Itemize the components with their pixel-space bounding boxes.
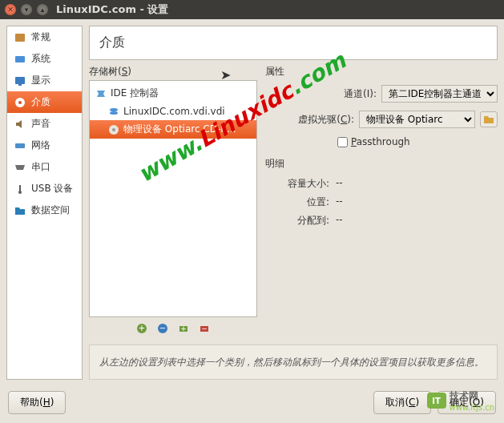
window-titlebar: ✕ ▾ ▴ LinuxIDC.com - 设置 bbox=[0, 0, 504, 19]
sidebar-item-label: 介质 bbox=[31, 95, 50, 109]
storage-icon bbox=[14, 96, 26, 109]
sidebar-item-usb[interactable]: USB 设备 bbox=[7, 178, 82, 199]
sidebar-item-serial[interactable]: 串口 bbox=[7, 156, 82, 178]
svg-point-10 bbox=[110, 111, 118, 115]
sidebar-item-audio[interactable]: 声音 bbox=[7, 113, 82, 135]
storage-toolbar: + − + − bbox=[89, 317, 257, 340]
svg-rect-3 bbox=[18, 84, 22, 86]
add-attachment-button[interactable]: + bbox=[175, 320, 192, 336]
remove-attachment-button[interactable]: − bbox=[196, 320, 212, 336]
help-button[interactable]: 帮助(H) bbox=[8, 391, 66, 414]
serial-icon bbox=[14, 161, 26, 174]
sidebar-item-system[interactable]: 系统 bbox=[7, 48, 82, 70]
svg-rect-6 bbox=[15, 143, 25, 148]
sidebar-item-label: 声音 bbox=[31, 117, 50, 131]
sidebar-item-label: USB 设备 bbox=[31, 182, 73, 195]
svg-rect-8 bbox=[19, 185, 21, 191]
minimize-icon[interactable]: ▾ bbox=[21, 4, 32, 15]
controller-icon bbox=[95, 87, 107, 100]
svg-rect-1 bbox=[15, 56, 25, 62]
sidebar-item-label: 串口 bbox=[31, 160, 50, 174]
size-label: 容量大小: bbox=[265, 177, 329, 191]
attached-value: -- bbox=[336, 214, 343, 228]
svg-text:−: − bbox=[159, 324, 166, 332]
tree-item-label: LinuxIDC.com.vdi.vdi bbox=[123, 106, 225, 117]
audio-icon bbox=[14, 118, 26, 131]
svg-text:+: + bbox=[180, 324, 187, 332]
sidebar-item-label: 网络 bbox=[31, 139, 50, 152]
tree-item-label: IDE 控制器 bbox=[111, 87, 159, 100]
svg-rect-0 bbox=[15, 34, 25, 42]
sidebar-item-label: 系统 bbox=[31, 52, 50, 66]
tree-controller[interactable]: IDE 控制器 bbox=[90, 84, 256, 103]
remove-controller-button[interactable]: − bbox=[155, 320, 171, 336]
svg-point-9 bbox=[110, 108, 118, 111]
system-icon bbox=[14, 53, 26, 66]
network-icon bbox=[14, 139, 26, 152]
close-icon[interactable]: ✕ bbox=[5, 4, 16, 15]
usb-icon bbox=[14, 183, 26, 195]
cancel-button[interactable]: 取消(C) bbox=[373, 391, 431, 414]
tree-optical[interactable]: 物理设备 Optiarc CD-R... bbox=[90, 120, 256, 139]
settings-sidebar: 常规 系统 显示 介质 声音 网络 串口 USB 设备 bbox=[6, 26, 83, 380]
maximize-icon[interactable]: ▴ bbox=[37, 4, 48, 15]
drive-select[interactable]: 物理设备 Optiarc bbox=[359, 111, 475, 128]
svg-point-5 bbox=[18, 101, 22, 104]
sidebar-item-storage[interactable]: 介质 bbox=[7, 91, 82, 113]
sidebar-item-label: 常规 bbox=[31, 30, 50, 44]
cd-icon bbox=[107, 123, 120, 136]
channel-select[interactable]: 第二IDE控制器主通道 bbox=[381, 85, 498, 103]
drive-label: 虚拟光驱(C): bbox=[298, 113, 354, 127]
properties-heading: 属性 bbox=[265, 65, 498, 79]
storage-tree[interactable]: IDE 控制器 LinuxIDC.com.vdi.vdi 物理设备 Optiar… bbox=[89, 80, 257, 317]
sidebar-item-network[interactable]: 网络 bbox=[7, 135, 82, 156]
hint-text: 从左边的设置列表中选择一个类别，然后移动鼠标到一个具体的设置项目以获取更多信息。 bbox=[89, 344, 498, 380]
sidebar-item-label: 数据空间 bbox=[31, 203, 70, 217]
tree-disk[interactable]: LinuxIDC.com.vdi.vdi bbox=[90, 103, 256, 120]
svg-rect-2 bbox=[15, 77, 25, 84]
passthrough-label[interactable]: Passthrough bbox=[351, 136, 410, 147]
ok-button[interactable]: 确定(O) bbox=[437, 391, 496, 414]
browse-button[interactable] bbox=[480, 111, 498, 127]
size-value: -- bbox=[336, 177, 343, 191]
storage-tree-label: 存储树(S) bbox=[89, 65, 257, 79]
location-value: -- bbox=[336, 195, 343, 209]
general-icon bbox=[14, 31, 26, 44]
display-icon bbox=[14, 75, 26, 87]
svg-text:+: + bbox=[139, 324, 145, 332]
page-title: 介质 bbox=[89, 26, 498, 60]
attached-label: 分配到: bbox=[265, 214, 329, 228]
channel-label: 通道(I): bbox=[344, 87, 377, 101]
folder-icon bbox=[14, 204, 26, 217]
add-controller-button[interactable]: + bbox=[134, 320, 150, 336]
svg-point-12 bbox=[112, 128, 115, 131]
sidebar-item-shared[interactable]: 数据空间 bbox=[7, 199, 82, 221]
sidebar-item-label: 显示 bbox=[31, 74, 50, 87]
sidebar-item-general[interactable]: 常规 bbox=[7, 26, 82, 48]
svg-text:−: − bbox=[201, 324, 208, 332]
window-title: LinuxIDC.com - 设置 bbox=[56, 2, 168, 17]
tree-item-label: 物理设备 Optiarc CD-R... bbox=[123, 123, 236, 136]
sidebar-item-display[interactable]: 显示 bbox=[7, 70, 82, 91]
harddisk-icon bbox=[107, 105, 120, 118]
passthrough-checkbox[interactable] bbox=[337, 137, 348, 147]
details-heading: 明细 bbox=[265, 157, 498, 171]
location-label: 位置: bbox=[265, 195, 329, 209]
